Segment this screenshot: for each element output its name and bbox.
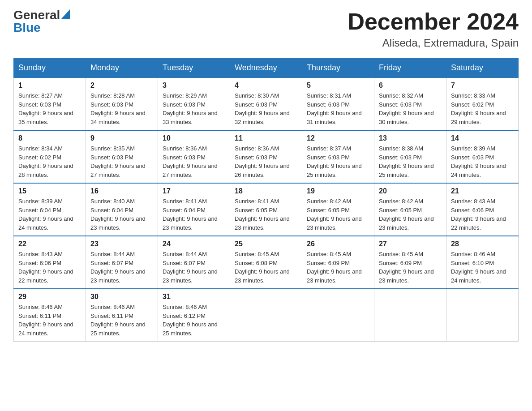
day-number: 11	[235, 134, 297, 142]
day-info: Sunrise: 8:29 AM Sunset: 6:03 PM Dayligh…	[163, 91, 225, 126]
day-info: Sunrise: 8:36 AM Sunset: 6:03 PM Dayligh…	[235, 144, 297, 179]
table-row: 21 Sunrise: 8:43 AM Sunset: 6:06 PM Dayl…	[446, 183, 519, 236]
day-number: 9	[90, 134, 153, 142]
day-info: Sunrise: 8:45 AM Sunset: 6:09 PM Dayligh…	[379, 250, 442, 285]
day-number: 17	[163, 187, 225, 195]
day-info: Sunrise: 8:45 AM Sunset: 6:08 PM Dayligh…	[235, 250, 297, 285]
page-header: General Blue December 2024 Aliseda, Extr…	[13, 9, 519, 49]
col-wednesday: Wednesday	[230, 59, 302, 78]
table-row: 10 Sunrise: 8:36 AM Sunset: 6:03 PM Dayl…	[158, 130, 230, 183]
day-info: Sunrise: 8:32 AM Sunset: 6:03 PM Dayligh…	[379, 91, 442, 126]
day-number: 18	[235, 187, 297, 195]
day-info: Sunrise: 8:46 AM Sunset: 6:11 PM Dayligh…	[90, 303, 153, 338]
day-number: 29	[18, 293, 81, 301]
day-number: 23	[90, 240, 153, 248]
calendar-week-row: 22 Sunrise: 8:43 AM Sunset: 6:06 PM Dayl…	[14, 236, 519, 289]
day-info: Sunrise: 8:41 AM Sunset: 6:04 PM Dayligh…	[163, 197, 225, 232]
calendar-week-row: 15 Sunrise: 8:39 AM Sunset: 6:04 PM Dayl…	[14, 183, 519, 236]
day-info: Sunrise: 8:39 AM Sunset: 6:04 PM Dayligh…	[18, 197, 81, 232]
table-row	[374, 289, 446, 342]
day-info: Sunrise: 8:46 AM Sunset: 6:12 PM Dayligh…	[163, 303, 225, 338]
day-number: 31	[163, 293, 225, 301]
day-info: Sunrise: 8:36 AM Sunset: 6:03 PM Dayligh…	[163, 144, 225, 179]
day-info: Sunrise: 8:27 AM Sunset: 6:03 PM Dayligh…	[18, 91, 81, 126]
table-row: 13 Sunrise: 8:38 AM Sunset: 6:03 PM Dayl…	[374, 130, 446, 183]
day-info: Sunrise: 8:39 AM Sunset: 6:03 PM Dayligh…	[451, 144, 514, 179]
day-number: 20	[379, 187, 442, 195]
col-thursday: Thursday	[302, 59, 374, 78]
table-row: 16 Sunrise: 8:40 AM Sunset: 6:04 PM Dayl…	[86, 183, 158, 236]
day-number: 28	[451, 240, 514, 248]
table-row: 5 Sunrise: 8:31 AM Sunset: 6:03 PM Dayli…	[302, 77, 374, 130]
calendar-week-row: 8 Sunrise: 8:34 AM Sunset: 6:02 PM Dayli…	[14, 130, 519, 183]
table-row: 23 Sunrise: 8:44 AM Sunset: 6:07 PM Dayl…	[86, 236, 158, 289]
table-row: 30 Sunrise: 8:46 AM Sunset: 6:11 PM Dayl…	[86, 289, 158, 342]
day-number: 5	[307, 81, 369, 90]
day-number: 16	[90, 187, 153, 195]
table-row: 27 Sunrise: 8:45 AM Sunset: 6:09 PM Dayl…	[374, 236, 446, 289]
day-info: Sunrise: 8:30 AM Sunset: 6:03 PM Dayligh…	[235, 91, 297, 126]
table-row: 25 Sunrise: 8:45 AM Sunset: 6:08 PM Dayl…	[230, 236, 302, 289]
logo-general-text: General	[13, 9, 60, 21]
day-info: Sunrise: 8:45 AM Sunset: 6:09 PM Dayligh…	[307, 250, 369, 285]
day-number: 10	[163, 134, 225, 142]
col-friday: Friday	[374, 59, 446, 78]
svg-marker-0	[61, 9, 70, 19]
col-tuesday: Tuesday	[158, 59, 230, 78]
day-number: 21	[451, 187, 514, 195]
table-row: 26 Sunrise: 8:45 AM Sunset: 6:09 PM Dayl…	[302, 236, 374, 289]
day-number: 24	[163, 240, 225, 248]
table-row: 4 Sunrise: 8:30 AM Sunset: 6:03 PM Dayli…	[230, 77, 302, 130]
day-info: Sunrise: 8:35 AM Sunset: 6:03 PM Dayligh…	[90, 144, 153, 179]
table-row: 22 Sunrise: 8:43 AM Sunset: 6:06 PM Dayl…	[14, 236, 86, 289]
table-row: 18 Sunrise: 8:41 AM Sunset: 6:05 PM Dayl…	[230, 183, 302, 236]
day-number: 30	[90, 293, 153, 301]
table-row: 9 Sunrise: 8:35 AM Sunset: 6:03 PM Dayli…	[86, 130, 158, 183]
table-row: 28 Sunrise: 8:46 AM Sunset: 6:10 PM Dayl…	[446, 236, 519, 289]
logo-triangle-icon	[61, 9, 70, 19]
col-sunday: Sunday	[14, 59, 86, 78]
day-number: 22	[18, 240, 81, 248]
day-number: 26	[307, 240, 369, 248]
logo-blue-text: Blue	[13, 21, 41, 34]
day-info: Sunrise: 8:41 AM Sunset: 6:05 PM Dayligh…	[235, 197, 297, 232]
title-area: December 2024 Aliseda, Extremadura, Spai…	[348, 9, 519, 49]
table-row: 6 Sunrise: 8:32 AM Sunset: 6:03 PM Dayli…	[374, 77, 446, 130]
day-info: Sunrise: 8:28 AM Sunset: 6:03 PM Dayligh…	[90, 91, 153, 126]
day-number: 27	[379, 240, 442, 248]
day-number: 1	[18, 81, 81, 90]
day-number: 14	[451, 134, 514, 142]
table-row: 2 Sunrise: 8:28 AM Sunset: 6:03 PM Dayli…	[86, 77, 158, 130]
table-row: 12 Sunrise: 8:37 AM Sunset: 6:03 PM Dayl…	[302, 130, 374, 183]
day-number: 12	[307, 134, 369, 142]
table-row: 1 Sunrise: 8:27 AM Sunset: 6:03 PM Dayli…	[14, 77, 86, 130]
table-row: 8 Sunrise: 8:34 AM Sunset: 6:02 PM Dayli…	[14, 130, 86, 183]
day-info: Sunrise: 8:33 AM Sunset: 6:02 PM Dayligh…	[451, 91, 514, 126]
table-row	[230, 289, 302, 342]
day-info: Sunrise: 8:43 AM Sunset: 6:06 PM Dayligh…	[451, 197, 514, 232]
day-number: 3	[163, 81, 225, 90]
day-info: Sunrise: 8:37 AM Sunset: 6:03 PM Dayligh…	[307, 144, 369, 179]
table-row: 31 Sunrise: 8:46 AM Sunset: 6:12 PM Dayl…	[158, 289, 230, 342]
day-number: 7	[451, 81, 514, 90]
table-row: 3 Sunrise: 8:29 AM Sunset: 6:03 PM Dayli…	[158, 77, 230, 130]
calendar-week-row: 1 Sunrise: 8:27 AM Sunset: 6:03 PM Dayli…	[14, 77, 519, 130]
table-row: 29 Sunrise: 8:46 AM Sunset: 6:11 PM Dayl…	[14, 289, 86, 342]
calendar-week-row: 29 Sunrise: 8:46 AM Sunset: 6:11 PM Dayl…	[14, 289, 519, 342]
day-number: 19	[307, 187, 369, 195]
day-info: Sunrise: 8:42 AM Sunset: 6:05 PM Dayligh…	[307, 197, 369, 232]
table-row: 15 Sunrise: 8:39 AM Sunset: 6:04 PM Dayl…	[14, 183, 86, 236]
table-row: 20 Sunrise: 8:42 AM Sunset: 6:05 PM Dayl…	[374, 183, 446, 236]
day-info: Sunrise: 8:42 AM Sunset: 6:05 PM Dayligh…	[379, 197, 442, 232]
day-number: 6	[379, 81, 442, 90]
table-row	[302, 289, 374, 342]
day-info: Sunrise: 8:40 AM Sunset: 6:04 PM Dayligh…	[90, 197, 153, 232]
logo: General Blue	[13, 9, 70, 34]
col-monday: Monday	[86, 59, 158, 78]
table-row: 7 Sunrise: 8:33 AM Sunset: 6:02 PM Dayli…	[446, 77, 519, 130]
day-number: 15	[18, 187, 81, 195]
day-info: Sunrise: 8:46 AM Sunset: 6:11 PM Dayligh…	[18, 303, 81, 338]
day-info: Sunrise: 8:38 AM Sunset: 6:03 PM Dayligh…	[379, 144, 442, 179]
day-number: 13	[379, 134, 442, 142]
day-number: 8	[18, 134, 81, 142]
